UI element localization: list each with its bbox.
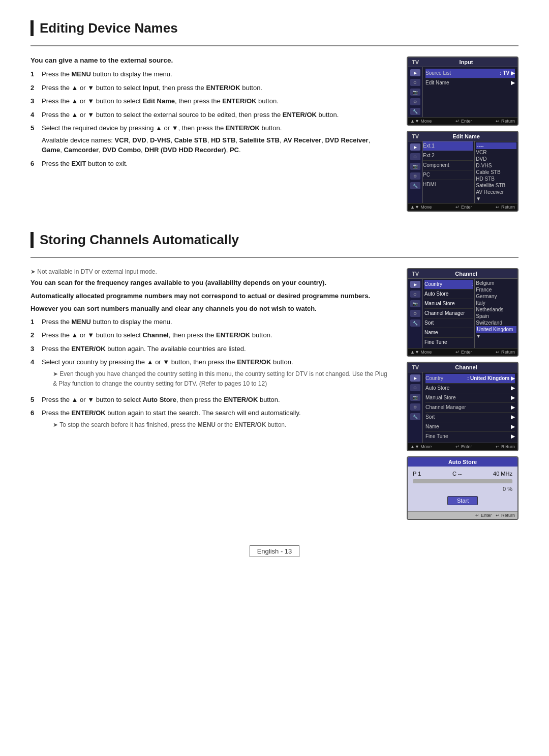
step-2-1: 1 Press the MENU button to display the m… — [30, 317, 391, 327]
autostore-row1: P 1 C -- 40 MHz — [413, 471, 512, 477]
country-switzerland: Switzerland — [476, 319, 516, 326]
name-lbl: Name — [424, 329, 438, 336]
section2-divider — [30, 257, 518, 258]
country-germany: Germany — [476, 293, 516, 300]
device-satellitstb: Satellite STB — [476, 182, 516, 189]
step-1-5-num: 5 — [30, 123, 38, 155]
screen2-footer-return: ↩ Return — [496, 205, 515, 210]
screen2-1-menu-label: Channel — [455, 271, 477, 277]
s22-icon-2: ⊙ — [410, 384, 420, 391]
step-2-4-text: Select your country by pressing the ▲ or… — [42, 357, 391, 391]
section2-note1: Not available in DTV or external input m… — [30, 268, 391, 275]
s21-icon-5: 🔧 — [410, 319, 420, 327]
screen2-2-tv-label: TV — [412, 364, 419, 370]
step-1-6-num: 6 — [30, 159, 38, 169]
sidebar-icon-4: ⚙ — [410, 98, 420, 105]
autostore-p-label: P 1 — [413, 471, 421, 477]
finetune-lbl: Fine Tune — [424, 339, 447, 346]
autostore-footer: ↵ Enter ↩ Return — [408, 511, 517, 519]
s21-footer-enter: ↵ Enter — [455, 350, 472, 355]
screen1-row-sourcelist: Source List : TV ▶ — [425, 69, 515, 78]
screen2-footer-enter: ↵ Enter — [455, 205, 472, 210]
screen2-right: ---- VCR DVD D-VHS Cable STB HD STB Sate… — [475, 141, 517, 203]
section-editing-device-names: Editing Device Names You can give a name… — [30, 20, 518, 212]
screen2-header: TV Edit Name — [408, 132, 517, 141]
step-1-6-text: Press the EXIT button to exit. — [42, 159, 391, 169]
screen2-editname: TV Edit Name ▶ ⊙ 📷 ⚙ 🔧 — [407, 131, 518, 212]
section1-body: You can give a name to the external sour… — [30, 56, 518, 212]
screen2-2-menu-label: Channel — [455, 364, 477, 370]
section2-steps: 1 Press the MENU button to display the m… — [30, 317, 391, 433]
autostore-mhz-label: 40 MHz — [493, 471, 512, 477]
page-footer: English - 13 — [30, 545, 518, 557]
s22-name-lbl: Name — [425, 423, 439, 430]
sidebar-icon-3: 📷 — [410, 89, 420, 96]
step-2-2: 2 Press the ▲ or ▼ button to select Chan… — [30, 330, 391, 340]
screen1-row-editname: Edit Name ▶ — [425, 78, 515, 88]
sort-lbl: Sort — [424, 319, 434, 327]
autostore-header: Auto Store — [408, 457, 517, 467]
channel-finetune: Fine Tune — [424, 338, 473, 347]
country-more: ▼ — [476, 333, 516, 339]
step-2-4: 4 Select your country by pressing the ▲ … — [30, 357, 391, 391]
step-1-2-num: 2 — [30, 83, 38, 93]
s22-name-val: ▶ — [511, 423, 515, 430]
screen2-1-channel: TV Channel ▶ ⊙ 📷 ⚙ 🔧 — [407, 268, 518, 357]
screen2-2-body: ▶ ⊙ 📷 ⚙ 🔧 Country : United Kingdom ▶ Aut… — [408, 372, 517, 443]
sidebar-icon-5: 🔧 — [410, 108, 420, 115]
screen2-1-submenu: Country: Auto Store Manual Store Channel… — [423, 279, 517, 348]
country-belgium: Belgium — [476, 280, 516, 286]
screen2-1-tv-label: TV — [412, 271, 419, 277]
section2-bold-note3: However you can sort numbers manually an… — [30, 304, 391, 314]
step-1-3-num: 3 — [30, 96, 38, 106]
section1-intro: You can give a name to the external sour… — [30, 56, 391, 64]
autostore-footer-return: ↩ Return — [496, 513, 515, 518]
country-lbl: Country — [424, 281, 442, 288]
s22-chanmanager-val: ▶ — [511, 404, 515, 411]
step-2-6-text: Press the ENTER/OK button again to start… — [42, 408, 391, 432]
section2-instructions: Not available in DTV or external input m… — [30, 268, 391, 436]
screen1-body: ▶ ⊙ 📷 ⚙ 🔧 Source List : TV ▶ Edit Name — [408, 67, 517, 117]
screen2-sidebar-icon-2: ⊙ — [410, 153, 420, 160]
s22-footer-move: ▲▼ Move — [410, 444, 432, 449]
screen2-footer-move: ▲▼ Move — [410, 205, 432, 210]
screen2-1-sidebar: ▶ ⊙ 📷 ⚙ 🔧 — [408, 279, 423, 348]
s22-sort: Sort ▶ — [425, 413, 515, 422]
country-italy: Italy — [476, 300, 516, 306]
ext1-label: Ext.1 — [423, 142, 435, 150]
channel-name: Name — [424, 328, 473, 338]
step-2-2-num: 2 — [30, 330, 38, 340]
channel-country: Country: — [424, 280, 473, 289]
screen1-menu-content: Source List : TV ▶ Edit Name ▶ — [423, 67, 517, 117]
section-storing-channels: Storing Channels Automatically Not avail… — [30, 232, 518, 520]
screen2-2-channel: TV Channel ▶ ⊙ 📷 ⚙ 🔧 Country — [407, 362, 518, 451]
device-none: ---- — [476, 142, 516, 149]
sidebar-icon-1: ▶ — [410, 69, 420, 76]
step-2-1-num: 1 — [30, 317, 38, 327]
channel-manager: Channel Manager — [424, 309, 473, 318]
screen2-footer: ▲▼ Move ↵ Enter ↩ Return — [408, 203, 517, 211]
step-1-1-text: Press the MENU button to display the men… — [42, 69, 391, 79]
step-1-4: 4 Press the ▲ or ▼ button to select the … — [30, 110, 391, 120]
step-2-6: 6 Press the ENTER/OK button again to sta… — [30, 408, 391, 432]
s22-autostore: Auto Store ▶ — [425, 384, 515, 393]
section1-steps: 1 Press the MENU button to display the m… — [30, 69, 391, 168]
autostore-start-btn[interactable]: Start — [447, 496, 478, 505]
screen2-body: ▶ ⊙ 📷 ⚙ 🔧 Ext.1 — [408, 141, 517, 203]
s22-finetune-lbl: Fine Tune — [425, 433, 448, 440]
screen2-sidebar-icon-4: ⚙ — [410, 172, 420, 180]
step-2-2-text: Press the ▲ or ▼ button to select Channe… — [42, 330, 391, 340]
screen2-submenu: Ext.1 Ext.2 Component PC — [423, 141, 517, 203]
row-component: Component — [423, 161, 473, 170]
section2-bold-note1: You can scan for the frequency ranges av… — [30, 278, 391, 288]
section2-body: Not available in DTV or external input m… — [30, 268, 518, 520]
screen2-left: Ext.1 Ext.2 Component PC — [423, 141, 475, 203]
s21-icon-2: ⊙ — [410, 290, 420, 298]
step-2-3-text: Press the ENTER/OK button again. The ava… — [42, 344, 391, 354]
step-2-4-num: 4 — [30, 357, 38, 391]
screen2-1-footer: ▲▼ Move ↵ Enter ↩ Return — [408, 348, 517, 356]
autostore-c-label: C -- — [452, 471, 462, 477]
row-ext2: Ext.2 — [423, 151, 473, 161]
s22-finetune: Fine Tune ▶ — [425, 432, 515, 441]
country-uk: United Kingdom — [476, 326, 516, 333]
